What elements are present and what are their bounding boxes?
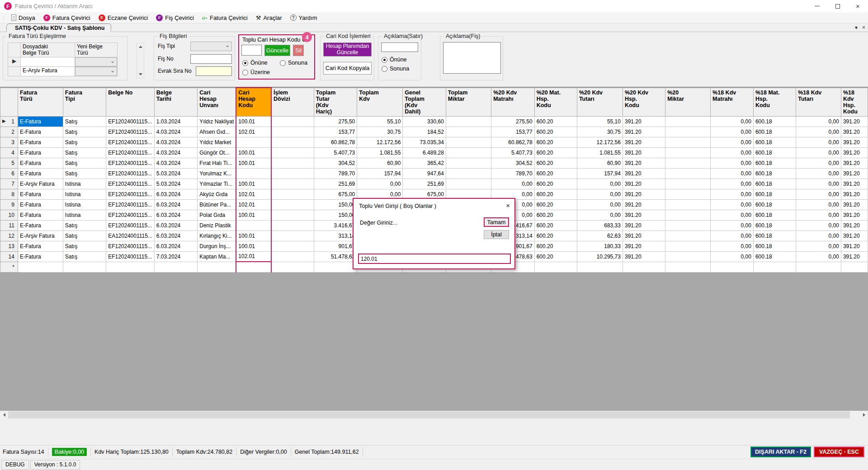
mapping-row[interactable]: E-Arşiv Fatura — [8, 67, 118, 76]
grid-cell[interactable]: 600.20 — [534, 241, 577, 251]
row-header-cell[interactable]: 7 — [0, 179, 18, 189]
grid-column-header[interactable]: Fatura Tipi — [63, 88, 106, 116]
grid-cell[interactable]: 391.20 — [623, 189, 665, 199]
row-header-cell[interactable]: 2 — [0, 127, 18, 137]
grid-cell[interactable]: 5.407,73 — [491, 147, 534, 158]
grid-cell[interactable]: 100.01 — [236, 147, 271, 158]
toplu-cari-kod-input[interactable] — [241, 45, 262, 56]
grid-cell[interactable]: EF12024001115... — [106, 158, 155, 168]
grid-cell[interactable]: Satış — [63, 127, 106, 137]
grid-cell[interactable]: 0,00 — [577, 199, 623, 210]
grid-column-header[interactable]: Toplam Kdv — [357, 88, 403, 116]
grid-cell[interactable]: Satış — [63, 137, 106, 147]
grid-cell[interactable]: 0,00 — [796, 199, 841, 210]
grid-cell[interactable]: 157,94 — [577, 168, 623, 179]
grid-cell[interactable]: EF12024001115... — [106, 127, 155, 137]
grid-cell[interactable]: Satış — [63, 168, 106, 179]
grid-cell[interactable]: 60.862,78 — [314, 137, 357, 147]
radio-uzerine[interactable]: Üzerine — [242, 69, 270, 75]
scroll-right-icon[interactable] — [860, 411, 868, 418]
grid-cell[interactable] — [106, 262, 155, 272]
grid-cell[interactable] — [665, 116, 711, 127]
grid-cell[interactable]: 0,00 — [577, 210, 623, 220]
grid-cell[interactable] — [665, 220, 711, 230]
grid-column-header[interactable]: %18 Kdv Tutarı — [796, 88, 841, 116]
grid-cell[interactable]: EF12024001115... — [106, 189, 155, 199]
grid-column-header[interactable]: %20 Kdv Hsp. Kodu — [623, 88, 665, 116]
grid-cell[interactable]: Durgun İnş... — [198, 241, 236, 251]
grid-cell[interactable]: 365,42 — [403, 158, 446, 168]
grid-cell[interactable]: EF12024001115... — [106, 116, 155, 127]
grid-cell[interactable]: 251,69 — [314, 179, 357, 189]
grid-cell[interactable] — [154, 262, 197, 272]
grid-cell[interactable]: 391.20 — [623, 220, 665, 230]
grid-cell[interactable] — [236, 262, 271, 272]
grid-column-header[interactable] — [0, 88, 18, 116]
grid-cell[interactable] — [665, 210, 711, 220]
grid-cell[interactable] — [271, 137, 314, 147]
grid-cell[interactable]: Bütüner Pa... — [198, 199, 236, 210]
grid-cell[interactable]: E-Fatura — [18, 137, 63, 147]
grid-column-header[interactable]: %20 Miktar — [665, 88, 711, 116]
menu-fis-cevirici[interactable]: F Fiş Çevirici — [152, 12, 198, 24]
grid-cell[interactable]: 0,00 — [711, 127, 754, 137]
grid-cell[interactable]: Yılmazlar Ti... — [198, 179, 236, 189]
grid-cell[interactable]: 391.20 — [623, 230, 665, 241]
row-header-cell[interactable]: 10 — [0, 210, 18, 220]
grid-column-header[interactable]: %20 Kdv Matrahı — [491, 88, 534, 116]
grid-column-header[interactable]: %20 Kdv Tutarı — [577, 88, 623, 116]
grid-cell[interactable]: 0,00 — [711, 220, 754, 230]
grid-cell[interactable]: 157,94 — [357, 168, 403, 179]
grid-cell[interactable]: 391.20 — [841, 251, 868, 262]
grid-cell[interactable]: 391.20 — [623, 199, 665, 210]
grid-column-header[interactable]: Fatura Türü — [18, 88, 63, 116]
grid-cell[interactable]: 391.20 — [841, 179, 868, 189]
grid-cell[interactable]: 391.20 — [841, 168, 868, 179]
grid-cell[interactable]: 60,90 — [357, 158, 403, 168]
radio-sonuna[interactable]: Sonuna — [280, 60, 307, 66]
grid-cell[interactable]: Satış — [63, 251, 106, 262]
grid-cell[interactable]: 391.20 — [841, 116, 868, 127]
grid-cell[interactable]: 0,00 — [796, 147, 841, 158]
grid-cell[interactable]: E-Fatura — [18, 210, 63, 220]
radio-onune[interactable]: Önüne — [242, 60, 268, 66]
grid-cell[interactable]: EF12024001115... — [106, 251, 155, 262]
dialog-close-icon[interactable]: × — [506, 202, 510, 209]
grid-cell[interactable]: 901,67 — [314, 241, 357, 251]
grid-column-header[interactable]: %18 Kdv Matrahı — [711, 88, 754, 116]
row-header-cell[interactable]: 9 — [0, 199, 18, 210]
sil-button[interactable]: Sil — [293, 45, 304, 56]
grid-cell[interactable]: 391.20 — [623, 179, 665, 189]
grid-cell[interactable]: 7.03.2024 — [154, 251, 197, 262]
grid-column-header[interactable]: Genel Toplam (Kdv Dahil) — [403, 88, 446, 116]
grid-cell[interactable]: E-Fatura — [18, 251, 63, 262]
grid-cell[interactable]: E-Fatura — [18, 116, 63, 127]
grid-cell[interactable]: 0,00 — [711, 158, 754, 168]
grid-cell[interactable]: E-Fatura — [18, 241, 63, 251]
grid-cell[interactable]: 600.20 — [534, 199, 577, 210]
grid-cell[interactable]: 55,10 — [577, 116, 623, 127]
grid-cell[interactable]: 304,52 — [314, 158, 357, 168]
grid-cell[interactable] — [577, 262, 623, 272]
hesap-planimdan-guncelle-button[interactable]: Hesap Planımdan Güncelle — [323, 42, 372, 56]
grid-cell[interactable]: 0,00 — [711, 168, 754, 179]
grid-cell[interactable]: 12.172,56 — [357, 137, 403, 147]
grid-column-header[interactable]: İşlem Dövizi — [271, 88, 314, 116]
grid-cell[interactable]: 4.03.2024 — [154, 158, 197, 168]
grid-cell[interactable]: Satış — [63, 230, 106, 241]
grid-cell[interactable]: 55,10 — [357, 116, 403, 127]
grid-cell[interactable]: 0,00 — [796, 127, 841, 137]
grid-cell[interactable] — [271, 116, 314, 127]
tab-list-caret-icon[interactable]: ▾ — [855, 24, 858, 31]
iptal-button[interactable]: İptal — [484, 230, 509, 239]
mapping-row[interactable]: ▶ E-Fatura — [8, 57, 118, 67]
grid-cell[interactable]: 100.01 — [236, 158, 271, 168]
grid-cell[interactable]: 600.20 — [534, 147, 577, 158]
horizontal-scrollbar[interactable] — [0, 411, 868, 418]
grid-cell[interactable] — [271, 262, 314, 272]
grid-cell[interactable]: 6.03.2024 — [154, 220, 197, 230]
scroll-left-icon[interactable] — [0, 411, 8, 418]
grid-cell[interactable]: 100.01 — [236, 210, 271, 220]
grid-cell[interactable]: 4.03.2024 — [154, 127, 197, 137]
row-header-cell[interactable]: 3 — [0, 137, 18, 147]
